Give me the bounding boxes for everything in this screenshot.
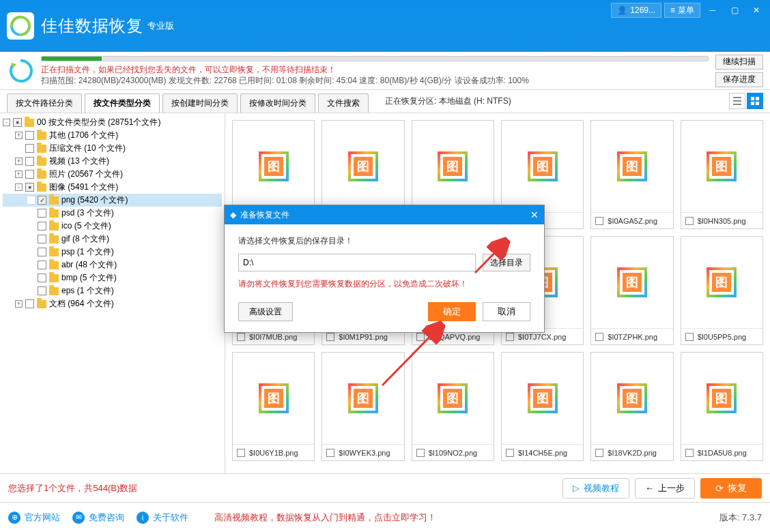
thumbnail-checkbox[interactable]	[685, 217, 694, 225]
tree-root[interactable]: -00 按文件类型分类 (28751个文件)	[3, 116, 222, 129]
app-edition: 专业版	[147, 20, 174, 32]
tree-item-image[interactable]: -图像 (5491 个文件)	[3, 181, 222, 194]
selection-summary: 您选择了1个文件，共544(B)数据	[8, 482, 137, 494]
tab-search[interactable]: 文件搜索	[318, 93, 369, 113]
tabs-row: 按文件路径分类 按文件类型分类 按创建时间分类 按修改时间分类 文件搜索 正在恢…	[0, 90, 770, 113]
thumbnail-item[interactable]: 图 $I109NO2.png	[412, 352, 494, 461]
dialog-prompt: 请选择文件恢复后的保存目录！	[238, 235, 530, 247]
tree-item-png[interactable]: png (5420 个文件)	[3, 194, 222, 207]
thumbnail-image: 图	[681, 353, 762, 444]
thumbnail-item[interactable]: 图 $I0U5PP5.png	[681, 236, 763, 345]
thumbnail-checkbox[interactable]	[416, 449, 425, 457]
thumbnail-item[interactable]: 图 $I0TZPHK.png	[590, 236, 673, 345]
thumbnail-image: 图	[502, 121, 583, 212]
thumbnail-filename: $I0QAPVQ.png	[429, 333, 481, 341]
tree-item-eps[interactable]: eps (1 个文件)	[3, 284, 222, 297]
tab-created[interactable]: 按创建时间分类	[162, 93, 238, 113]
thumbnail-item[interactable]: 图 $I0WYEK3.png	[322, 352, 404, 461]
thumbnail-checkbox[interactable]	[326, 449, 334, 457]
menu-button[interactable]: ≡菜单	[664, 3, 700, 18]
free-consult-link[interactable]: ✉免费咨询	[72, 512, 124, 524]
thumbnail-item[interactable]: 图 $I0AGA5Z.png	[590, 120, 673, 229]
thumbnail-checkbox[interactable]	[416, 333, 425, 341]
thumbnail-image: 图	[322, 121, 403, 212]
chat-icon: ✉	[72, 512, 85, 524]
thumbnail-item[interactable]: 图 $I0HN305.png	[681, 120, 763, 229]
save-progress-button[interactable]: 保存进度	[715, 72, 763, 87]
browse-button[interactable]: 选择目录	[483, 254, 530, 271]
tree-item-abr[interactable]: abr (48 个文件)	[3, 258, 222, 271]
tree-item-ico[interactable]: ico (5 个文件)	[3, 220, 222, 233]
thumbnail-filename: $I0AGA5Z.png	[608, 217, 657, 225]
tree-item-psd[interactable]: psd (3 个文件)	[3, 207, 222, 220]
video-tutorial-button[interactable]: ▷视频教程	[562, 478, 629, 499]
tab-path[interactable]: 按文件路径分类	[7, 93, 82, 113]
dialog-warning: 请勿将文件恢复到您需要恢复数据的分区，以免造成二次破坏！	[238, 278, 530, 290]
thumbnail-checkbox[interactable]	[595, 449, 603, 457]
recover-button[interactable]: ⟳恢复	[700, 478, 762, 499]
thumbnail-item[interactable]: 图 $I0U6Y1B.png	[232, 352, 315, 461]
advanced-settings-button[interactable]: 高级设置	[238, 302, 293, 321]
thumbnail-checkbox[interactable]	[595, 217, 603, 225]
cancel-button[interactable]: 取消	[483, 302, 530, 321]
thumbnail-image: 图	[412, 121, 494, 212]
thumbnail-checkbox[interactable]	[506, 449, 514, 457]
thumbnail-checkbox[interactable]	[506, 333, 514, 341]
tree-item-photo[interactable]: +照片 (20567 个文件)	[3, 168, 222, 181]
menu-icon: ≡	[670, 5, 675, 15]
thumbnail-filename: $I0M1P91.png	[339, 333, 388, 341]
list-view-button[interactable]	[729, 93, 745, 109]
thumbnail-checkbox[interactable]	[237, 333, 245, 341]
thumbnail-checkbox[interactable]	[685, 333, 694, 341]
globe-icon: ⊕	[8, 512, 20, 524]
tree-item-psp[interactable]: psp (1 个文件)	[3, 246, 222, 258]
dialog-icon: ◆	[230, 210, 236, 220]
tab-type[interactable]: 按文件类型分类	[85, 93, 160, 113]
prev-step-button[interactable]: ←上一步	[635, 478, 695, 499]
thumbnail-filename: $I1DA5U8.png	[698, 449, 747, 457]
user-button[interactable]: 👤1269...	[611, 3, 661, 18]
tree-item-archive[interactable]: 压缩文件 (10 个文件)	[3, 142, 222, 155]
selection-footer: 您选择了1个文件，共544(B)数据 ▷视频教程 ←上一步 ⟳恢复	[0, 473, 770, 502]
thumbnail-image: 图	[412, 353, 494, 444]
info-icon: i	[137, 512, 149, 524]
continue-scan-button[interactable]: 继续扫描	[715, 55, 763, 70]
tree-item-gif[interactable]: gif (8 个文件)	[3, 233, 222, 246]
thumbnail-filename: $I0TJ7CX.png	[518, 333, 566, 341]
grid-view-button[interactable]	[747, 93, 763, 109]
thumbnail-item[interactable]: 图 $I1DA5U8.png	[681, 352, 763, 461]
tree-item-bmp[interactable]: bmp (5 个文件)	[3, 271, 222, 284]
dialog-close-button[interactable]: ✕	[530, 209, 539, 220]
tree-item-other[interactable]: +其他 (1706 个文件)	[3, 129, 222, 142]
tree-item-video[interactable]: +视频 (13 个文件)	[3, 155, 222, 168]
dialog-titlebar: ◆ 准备恢复文件 ✕	[225, 205, 544, 224]
thumbnail-image: 图	[502, 353, 583, 444]
thumbnail-checkbox[interactable]	[326, 333, 334, 341]
arrow-left-icon: ←	[645, 483, 654, 493]
user-icon: 👤	[617, 5, 627, 15]
thumbnail-filename: $I0U5PP5.png	[698, 333, 747, 341]
maximize-button[interactable]: ▢	[725, 3, 744, 18]
thumbnail-image: 图	[681, 237, 762, 328]
minimize-button[interactable]: ─	[703, 3, 722, 18]
thumbnail-filename: $I0I7MUB.png	[249, 333, 297, 341]
about-link[interactable]: i关于软件	[137, 512, 188, 524]
thumbnail-image: 图	[233, 353, 314, 444]
thumbnail-checkbox[interactable]	[685, 449, 694, 457]
tree-item-doc[interactable]: +文档 (964 个文件)	[3, 297, 222, 310]
play-icon: ▷	[573, 483, 580, 493]
tab-modified[interactable]: 按修改时间分类	[240, 93, 315, 113]
official-site-link[interactable]: ⊕官方网站	[8, 512, 60, 524]
thumbnail-item[interactable]: 图 $I18VK2D.png	[590, 352, 673, 461]
ok-button[interactable]: 确定	[428, 302, 476, 321]
thumbnail-checkbox[interactable]	[595, 333, 603, 341]
save-path-input[interactable]	[238, 254, 476, 271]
thumbnail-item[interactable]: 图 $I14CH5E.png	[501, 352, 584, 461]
close-button[interactable]: ✕	[747, 3, 766, 18]
save-path-dialog: ◆ 准备恢复文件 ✕ 请选择文件恢复后的保存目录！ 选择目录 请勿将文件恢复到您…	[224, 205, 545, 333]
scan-message: 正在扫描文件，如果已经找到您丢失的文件，可以立即恢复，不用等待扫描结束！	[41, 64, 709, 75]
thumbnail-checkbox[interactable]	[237, 449, 245, 457]
thumbnail-image: 图	[591, 121, 672, 212]
promo-text[interactable]: 高清视频教程，数据恢复从入门到精通，点击立即学习！	[214, 512, 436, 524]
tree-pane[interactable]: -00 按文件类型分类 (28751个文件) +其他 (1706 个文件) 压缩…	[0, 113, 225, 473]
